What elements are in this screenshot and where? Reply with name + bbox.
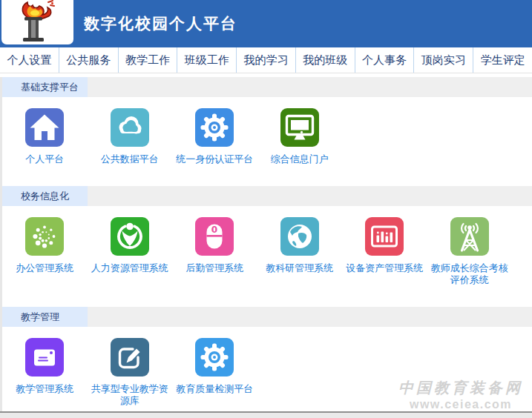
app-label: 综合信息门户	[267, 153, 332, 165]
mouse-icon: 0	[195, 217, 234, 256]
app-label: 教科研管理系统	[262, 262, 337, 274]
content-area: 基础支撑平台个人平台公共数据平台统一身份认证平台综合信息门户校务信息化办公管理系…	[0, 77, 532, 418]
digital-campus-page: 数字化校园个人平台 个人设置公共服务教学工作班级工作我的学习我的班级个人事务顶岗…	[0, 0, 532, 418]
app-item[interactable]: 综合信息门户	[257, 108, 343, 165]
nav-item[interactable]: 个人设置	[0, 47, 59, 73]
section-title: 基础支撑平台	[2, 77, 88, 97]
app-label: 办公管理系统	[12, 262, 77, 274]
app-label: 统一身份认证平台	[172, 153, 257, 165]
nav-item[interactable]: 公共服务	[59, 47, 119, 73]
app-label: 教学管理系统	[12, 383, 77, 395]
globe-icon	[280, 217, 319, 256]
app-label: 教师成长综合考核评价系统	[427, 262, 513, 286]
app-item[interactable]: 办公管理系统	[2, 217, 88, 286]
nav-item[interactable]: 学生评定	[473, 47, 532, 73]
gear-icon	[195, 108, 234, 147]
nav-item[interactable]: 个人事务	[355, 47, 415, 73]
app-item[interactable]: 教学管理系统	[2, 338, 88, 407]
dots-icon	[25, 217, 64, 256]
monitor-icon	[280, 108, 319, 147]
section-header-fill	[88, 307, 532, 327]
app-item[interactable]: 教科研管理系统	[257, 217, 343, 286]
app-item[interactable]: 0后勤管理系统	[172, 217, 257, 286]
radio-tower-icon	[450, 217, 489, 256]
bar-chart-icon	[365, 217, 404, 256]
app-item[interactable]: 个人平台	[2, 108, 88, 165]
section-header: 基础支撑平台	[2, 77, 532, 97]
page-title: 数字化校园个人平台	[84, 13, 237, 34]
person-icon	[111, 217, 149, 256]
app-header: 数字化校园个人平台	[0, 0, 532, 47]
app-label: 公共数据平台	[97, 153, 162, 165]
app-item[interactable]: 教师成长综合考核评价系统	[427, 217, 513, 286]
home-icon	[25, 108, 64, 147]
svg-text:0: 0	[211, 225, 217, 235]
bottom-border	[0, 411, 532, 418]
app-item[interactable]: 公共数据平台	[88, 108, 173, 165]
app-grid: 办公管理系统人力资源管理系统0后勤管理系统教科研管理系统设备资产管理系统教师成长…	[2, 206, 532, 307]
section-header-fill	[88, 186, 532, 206]
torch-logo-icon	[1, 0, 73, 44]
card-icon	[25, 338, 64, 376]
nav-item[interactable]: 我的班级	[296, 47, 355, 73]
section-title: 教学管理	[2, 307, 88, 327]
section-header-fill	[88, 77, 532, 97]
cloud-icon	[111, 108, 149, 147]
section-title: 校务信息化	[2, 186, 88, 206]
edit-icon	[111, 338, 149, 376]
app-label: 共享型专业教学资源库	[88, 383, 173, 407]
main-nav: 个人设置公共服务教学工作班级工作我的学习我的班级个人事务顶岗实习学生评定	[0, 47, 532, 73]
app-item[interactable]: 教育质量检测平台	[172, 338, 257, 407]
app-item[interactable]: 人力资源管理系统	[88, 217, 173, 286]
app-label: 教育质量检测平台	[172, 383, 257, 395]
app-label: 个人平台	[22, 153, 68, 165]
app-grid: 个人平台公共数据平台统一身份认证平台综合信息门户	[2, 97, 532, 186]
app-label: 设备资产管理系统	[342, 262, 427, 274]
gear-icon	[195, 338, 234, 376]
app-item[interactable]: 设备资产管理系统	[342, 217, 427, 286]
nav-item[interactable]: 我的学习	[237, 47, 296, 73]
app-item[interactable]: 统一身份认证平台	[172, 108, 257, 165]
app-item[interactable]: 共享型专业教学资源库	[88, 338, 173, 407]
nav-item[interactable]: 班级工作	[177, 47, 237, 73]
nav-item[interactable]: 教学工作	[119, 47, 178, 73]
section-header: 校务信息化	[2, 186, 532, 206]
app-label: 人力资源管理系统	[88, 262, 172, 274]
app-label: 后勤管理系统	[182, 262, 247, 274]
section-header: 教学管理	[2, 307, 532, 327]
app-grid: 教学管理系统共享型专业教学资源库教育质量检测平台	[2, 327, 532, 418]
nav-item[interactable]: 顶岗实习	[414, 47, 473, 73]
